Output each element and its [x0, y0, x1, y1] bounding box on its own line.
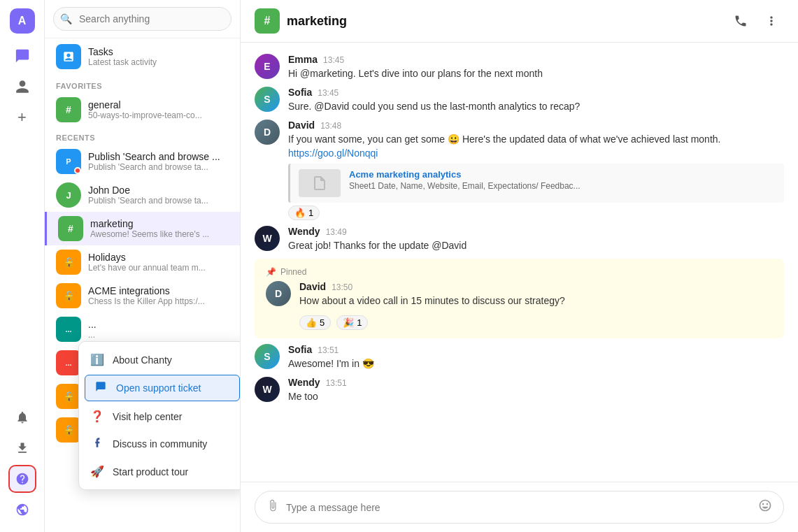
- reaction-thumbsup[interactable]: 👍 5: [299, 315, 331, 330]
- channel-icon-general: #: [56, 97, 81, 122]
- attachment-icon[interactable]: [266, 499, 279, 515]
- channel-item-johndoe[interactable]: J John Doe Publish 'Search and browse ta…: [45, 178, 240, 212]
- question-icon: ❓: [90, 410, 104, 423]
- link-preview-title: Acme marketing analytics: [349, 169, 580, 180]
- channel-icon-holidays: 🔒: [56, 250, 81, 275]
- phone-button[interactable]: [728, 8, 753, 34]
- avatar-johndoe: J: [56, 182, 81, 208]
- icon-bar: A +: [0, 0, 45, 532]
- more-options-button[interactable]: [759, 8, 784, 34]
- message-row: D David 13:50 How about a video call in …: [266, 281, 773, 330]
- user-avatar[interactable]: A: [10, 8, 35, 34]
- favorites-header: FAVORITES: [45, 75, 240, 93]
- message-input-area: [241, 482, 798, 532]
- sidebar-item-globe[interactable]: [8, 496, 36, 524]
- message-author: Sofia: [288, 87, 312, 98]
- channel-name: Publish 'Search and browse ...: [88, 151, 220, 162]
- chat-header-actions: [728, 8, 784, 34]
- message-time: 13:50: [332, 282, 352, 292]
- message-time: 13:51: [318, 345, 339, 355]
- message-content: Wendy 13:51 Me too: [288, 377, 784, 404]
- reaction-fire[interactable]: 🔥 1: [288, 206, 320, 220]
- message-time: 13:49: [326, 227, 347, 237]
- support-icon: [94, 381, 108, 395]
- help-menu-community[interactable]: Discuss in community: [79, 430, 241, 458]
- tasks-item[interactable]: Tasks Latest task activity: [45, 38, 240, 75]
- facebook-icon: [90, 437, 104, 451]
- channel-preview: Let's have our annual team m...: [88, 263, 206, 273]
- message-row: D David 13:48 If you want some, you can …: [255, 120, 784, 220]
- chat-header: # marketing: [241, 0, 798, 43]
- message-text: How about a video call in 15 minutes to …: [299, 294, 773, 308]
- message-author: David: [288, 120, 315, 131]
- help-menu-helpcenter[interactable]: ❓ Visit help center: [79, 403, 241, 430]
- message-link[interactable]: https://goo.gl/Nonqqi: [288, 148, 378, 159]
- avatar-wendy2: W: [255, 377, 280, 402]
- search-input[interactable]: [53, 7, 231, 31]
- channel-icon-misc1: ...: [56, 317, 81, 342]
- help-menu-tour[interactable]: 🚀 Start product tour: [79, 458, 241, 485]
- message-author: Emma: [288, 54, 318, 65]
- message-text: Hi @marketing. Let's dive into our plans…: [288, 66, 784, 81]
- message-text: If you want some, you can get some 😀 Her…: [288, 132, 784, 147]
- link-preview-thumb: [299, 169, 341, 197]
- channel-name: ACME integrations: [88, 285, 205, 296]
- message-author: Wendy: [288, 377, 320, 388]
- channel-icon-marketing: #: [58, 216, 83, 241]
- channel-item-marketing[interactable]: # marketing Awesome! Seems like there's …: [45, 212, 240, 245]
- reaction-confetti[interactable]: 🎉 1: [336, 315, 368, 330]
- sidebar-item-downloads[interactable]: [8, 434, 36, 462]
- channel-item-holidays[interactable]: 🔒 Holidays Let's have our annual team m.…: [45, 245, 240, 279]
- channel-icon-publish1: P: [56, 149, 81, 174]
- help-menu-about[interactable]: ℹ️ About Chanty: [79, 346, 241, 373]
- rocket-icon: 🚀: [90, 465, 104, 478]
- message-author: Sofia: [288, 344, 312, 355]
- message-content: Sofia 13:45 Sure. @David could you send …: [288, 87, 784, 114]
- channel-preview: Awesome! Seems like there's ...: [90, 229, 209, 239]
- tasks-subtitle: Latest task activity: [88, 57, 157, 67]
- recents-header: RECENTS: [45, 127, 240, 145]
- help-menu-about-label: About Chanty: [113, 354, 172, 366]
- message-text: Sure. @David could you send us the last-…: [288, 99, 784, 114]
- avatar-emma: E: [255, 54, 280, 79]
- message-row: E Emma 13:45 Hi @marketing. Let's dive i…: [255, 54, 784, 81]
- channel-item-acme[interactable]: 🔒 ACME integrations Chess Is the Killer …: [45, 279, 240, 312]
- message-row: W Wendy 13:49 Great job! Thanks for the …: [255, 226, 784, 253]
- message-author: David: [299, 281, 326, 292]
- message-row: S Sofia 13:45 Sure. @David could you sen…: [255, 87, 784, 114]
- channel-icon-ai: 🔒: [56, 384, 81, 409]
- channel-icon-bugs: 🔒: [56, 417, 81, 443]
- help-menu-support-label: Open support ticket: [116, 382, 201, 394]
- help-menu-support[interactable]: Open support ticket: [85, 375, 240, 401]
- sidebar-item-notifications[interactable]: [8, 403, 36, 431]
- sidebar-item-add[interactable]: +: [8, 103, 36, 131]
- message-row: S Sofia 13:51 Awesome! I'm in 😎: [255, 344, 784, 371]
- channel-preview: Publish 'Search and browse ta...: [88, 162, 220, 172]
- link-preview-desc: Sheet1 Date, Name, Website, Email, Expec…: [349, 181, 580, 191]
- channel-name: John Doe: [88, 185, 208, 196]
- sidebar: 🔍 Tasks Latest task activity FAVORITES #…: [45, 0, 241, 532]
- pin-icon: 📌: [266, 267, 276, 277]
- channel-item-general[interactable]: # general 50-ways-to-improve-team-co...: [45, 93, 240, 127]
- avatar-david: D: [255, 120, 280, 145]
- search-icon: 🔍: [60, 13, 72, 24]
- reaction-count: 1: [357, 317, 362, 328]
- emoji-icon[interactable]: [758, 498, 772, 516]
- message-time: 13:48: [320, 121, 341, 131]
- channel-title: marketing: [287, 14, 721, 29]
- message-input[interactable]: [286, 502, 751, 513]
- channel-header-icon: #: [255, 8, 280, 34]
- channel-preview: 50-ways-to-improve-team-co...: [88, 110, 202, 120]
- message-input-box: [255, 491, 784, 524]
- sidebar-item-chat[interactable]: [8, 42, 36, 70]
- message-author: Wendy: [288, 226, 320, 237]
- sidebar-item-contacts[interactable]: [8, 73, 36, 101]
- message-content: Wendy 13:49 Great job! Thanks for the up…: [288, 226, 784, 253]
- channel-item-publish1[interactable]: P Publish 'Search and browse ... Publish…: [45, 145, 240, 178]
- message-row: W Wendy 13:51 Me too: [255, 377, 784, 404]
- link-preview: Acme marketing analytics Sheet1 Date, Na…: [288, 164, 784, 203]
- channel-preview: Chess Is the Killer App https:/...: [88, 296, 205, 306]
- help-menu: ℹ️ About Chanty Open support ticket ❓ Vi…: [78, 341, 241, 490]
- reaction-count: 5: [320, 317, 325, 328]
- sidebar-item-help[interactable]: [8, 465, 36, 493]
